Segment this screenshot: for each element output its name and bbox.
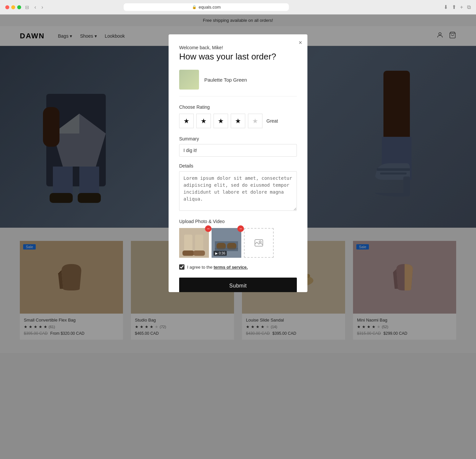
- modal-subtitle: Welcome back, Mike!: [179, 45, 297, 50]
- download-button[interactable]: ⬇: [444, 4, 448, 10]
- svg-rect-21: [184, 235, 192, 253]
- svg-rect-23: [182, 250, 194, 256]
- rating-star-3[interactable]: ★: [214, 114, 228, 128]
- browser-nav: ‹ ›: [33, 4, 45, 11]
- sidebar-toggle-button[interactable]: ⊟: [25, 5, 29, 10]
- video-play-icon: ▶: [215, 251, 218, 255]
- summary-input[interactable]: [179, 144, 297, 157]
- new-tab-button[interactable]: +: [460, 4, 463, 10]
- svg-point-31: [259, 241, 261, 243]
- back-button[interactable]: ‹: [33, 4, 37, 11]
- maximize-window-button[interactable]: [17, 5, 21, 9]
- upload-area: − −: [179, 228, 297, 258]
- lock-icon: 🔒: [192, 5, 197, 9]
- forward-button[interactable]: ›: [40, 4, 44, 11]
- summary-group: Summary: [179, 136, 297, 157]
- modal-close-button[interactable]: ×: [298, 40, 302, 46]
- svg-rect-22: [195, 235, 203, 253]
- submit-button[interactable]: Submit: [179, 278, 297, 292]
- svg-rect-29: [215, 248, 238, 249]
- upload-section: Upload Photo & Video −: [179, 219, 297, 258]
- browser-actions: ⬇ ⬆ + ⧉: [444, 4, 471, 10]
- url-text: equals.com: [199, 5, 220, 10]
- summary-label: Summary: [179, 136, 297, 141]
- remove-photo-button[interactable]: −: [205, 225, 212, 232]
- rating-star-5[interactable]: ★: [248, 114, 262, 128]
- share-button[interactable]: ⬆: [452, 4, 456, 10]
- details-group: Details Lorem ipsum dolor sit amet, cons…: [179, 163, 297, 212]
- terms-link[interactable]: terms of service.: [214, 265, 248, 270]
- thumbnail-image: [179, 70, 199, 90]
- product-preview: Paulette Top Green: [179, 70, 297, 96]
- rating-star-2[interactable]: ★: [196, 114, 211, 128]
- details-label: Details: [179, 163, 297, 169]
- browser-window-controls: [5, 5, 21, 9]
- video-duration: 0:36: [219, 251, 225, 255]
- details-textarea[interactable]: Lorem ipsum dolor sit amet, consectetur …: [179, 171, 297, 211]
- modal-title: How was your last order?: [179, 52, 297, 62]
- close-window-button[interactable]: [5, 5, 9, 9]
- remove-video-button[interactable]: −: [237, 225, 244, 232]
- product-thumbnail: [179, 70, 199, 90]
- rating-text-label: Great: [266, 118, 278, 124]
- upload-label: Upload Photo & Video: [179, 219, 297, 224]
- video-duration-badge: ▶ 0:36: [214, 251, 227, 256]
- product-preview-name: Paulette Top Green: [204, 77, 247, 83]
- rating-star-4[interactable]: ★: [231, 114, 245, 128]
- browser-chrome: ⊟ ‹ › 🔒 equals.com ⬇ ⬆ + ⧉: [0, 0, 476, 15]
- address-bar[interactable]: 🔒 equals.com: [124, 3, 289, 11]
- photo-thumbnail: [179, 228, 209, 258]
- terms-checkbox[interactable]: [179, 264, 184, 270]
- video-upload-thumb: − ▶ 0:36: [212, 228, 241, 258]
- rating-row: ★ ★ ★ ★ ★ Great: [179, 114, 297, 128]
- minimize-window-button[interactable]: [11, 5, 15, 9]
- upload-add-button[interactable]: [244, 228, 274, 258]
- svg-rect-24: [193, 250, 205, 256]
- review-modal: × Welcome back, Mike! How was your last …: [169, 34, 307, 292]
- modal-overlay[interactable]: × Welcome back, Mike! How was your last …: [0, 15, 476, 459]
- terms-text: I agree to the terms of service.: [187, 265, 248, 270]
- photo-upload-thumb: −: [179, 228, 209, 258]
- rating-star-1[interactable]: ★: [179, 114, 194, 128]
- tabs-button[interactable]: ⧉: [467, 4, 471, 10]
- rating-label: Choose Rating: [179, 104, 297, 110]
- terms-row: I agree to the terms of service.: [179, 264, 297, 270]
